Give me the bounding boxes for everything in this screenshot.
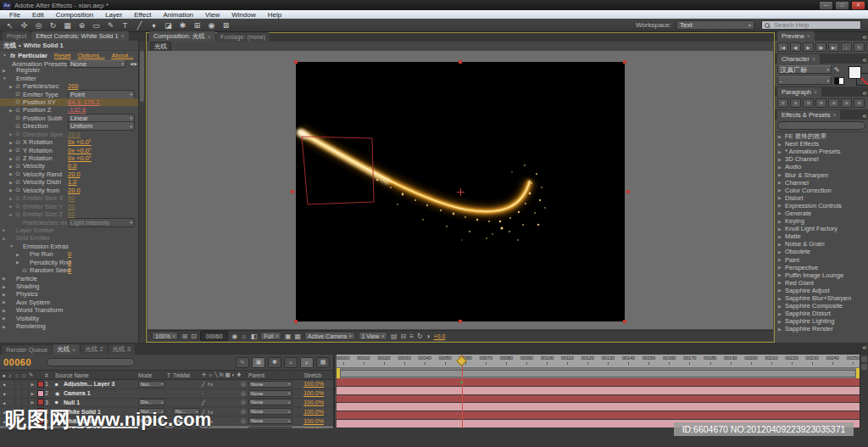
safe-margins-icon[interactable]: ⊡ bbox=[191, 332, 197, 340]
twirl-icon[interactable]: ▶ bbox=[9, 171, 15, 176]
brush-tool-icon[interactable]: ╱ bbox=[133, 20, 146, 31]
timeline-scrollbar[interactable] bbox=[860, 355, 868, 428]
fast-preview-icon[interactable]: ⊟ bbox=[401, 332, 407, 340]
effects-category-row[interactable]: ▶ Audio bbox=[775, 163, 868, 170]
twirl-icon[interactable]: ▶ bbox=[778, 272, 782, 277]
grid-guides-icon[interactable]: ⊞ bbox=[181, 332, 187, 340]
last-frame-button[interactable]: ▶| bbox=[828, 42, 839, 52]
effect-property-row[interactable]: ▶ ⊙ Emitter Size Y 50 bbox=[0, 202, 138, 210]
property-value[interactable]: 0x +0.0° bbox=[68, 138, 92, 146]
expand-icon[interactable] bbox=[29, 400, 36, 405]
timeline-button-icon[interactable]: ≡ bbox=[409, 332, 414, 340]
effect-property-row[interactable]: ▶ Rendering bbox=[0, 322, 138, 330]
parent-dropdown[interactable]: None bbox=[248, 390, 292, 397]
effect-property-row[interactable]: ⊙ Direction Uniform bbox=[0, 122, 138, 130]
effect-property-row[interactable]: ▶ Pre Run 0 bbox=[0, 250, 138, 258]
channels-icon[interactable]: ◧ bbox=[251, 332, 258, 340]
menu-layer[interactable]: Layer bbox=[99, 11, 128, 19]
stopwatch-icon[interactable]: ⊙ bbox=[15, 203, 23, 210]
menu-animation[interactable]: Animation bbox=[157, 11, 199, 19]
tab-paragraph[interactable]: Paragraph× bbox=[777, 87, 821, 97]
twirl-icon[interactable]: ▶ bbox=[9, 140, 15, 145]
effects-category-row[interactable]: ▶ Color Correction bbox=[775, 187, 868, 194]
effect-property-row[interactable]: ▶ ⊙ Y Rotation 0x +0.0° bbox=[0, 146, 138, 154]
effect-property-row[interactable]: ▶ Particle bbox=[0, 274, 138, 282]
selection-handle[interactable] bbox=[623, 320, 626, 323]
stretch-value[interactable]: 100.0% bbox=[294, 418, 333, 424]
effect-property-row[interactable]: Particles/sec mod Light Intensity bbox=[0, 218, 138, 226]
audio-cell[interactable] bbox=[8, 390, 15, 397]
audio-button[interactable]: ♪ bbox=[841, 42, 852, 52]
effects-category-row[interactable]: ▶ Sapphire Blur+Sharpen bbox=[775, 294, 868, 302]
region-of-interest-icon[interactable]: ▣ bbox=[285, 332, 292, 340]
pickwhip-icon[interactable]: ◎ bbox=[241, 381, 248, 388]
effect-property-row[interactable]: ▶ ⊙ Velocity Distri 1.0 bbox=[0, 178, 138, 186]
close-button[interactable]: ✕ bbox=[851, 1, 865, 10]
pickwhip-icon[interactable]: ◎ bbox=[241, 417, 248, 424]
twirl-icon[interactable]: ▶ bbox=[778, 195, 782, 200]
expand-icon[interactable] bbox=[29, 382, 36, 387]
twirl-icon[interactable]: ▶ bbox=[9, 131, 15, 137]
layer-name[interactable]: Null 1 bbox=[64, 400, 138, 405]
property-value[interactable]: 20.0 bbox=[68, 131, 81, 138]
parent-dropdown[interactable]: None bbox=[248, 399, 292, 405]
layer-switches[interactable]: ╱ bbox=[202, 400, 241, 405]
effects-category-row[interactable]: ▶ 3D Channel bbox=[775, 155, 868, 163]
tab-timeline-comp2[interactable]: 光线 2 bbox=[81, 344, 107, 355]
stretch-value[interactable]: 100.0% bbox=[294, 400, 333, 405]
current-frame-field[interactable]: 00060 bbox=[200, 331, 228, 341]
effects-category-row[interactable]: ▶ Generate bbox=[775, 210, 868, 217]
effect-property-row[interactable]: ▶ ⊙ Emitter Size X 50 bbox=[0, 194, 138, 202]
workspace-dropdown[interactable]: Text bbox=[676, 20, 754, 30]
label-color-swatch[interactable] bbox=[36, 381, 45, 388]
fx-icon[interactable]: fx bbox=[10, 53, 15, 59]
twirl-icon[interactable]: ▶ bbox=[3, 292, 8, 297]
twirl-icon[interactable]: ▶ bbox=[778, 180, 782, 185]
property-value[interactable]: 0 bbox=[68, 266, 71, 274]
effects-category-row[interactable]: ▶ * Animation Presets bbox=[775, 148, 868, 155]
twirl-icon[interactable]: ▶ bbox=[3, 284, 8, 289]
twirl-icon[interactable]: ▼ bbox=[3, 53, 8, 58]
font-family-dropdown[interactable]: 汉真广标 bbox=[777, 65, 832, 74]
twirl-icon[interactable]: ▶ bbox=[9, 180, 15, 185]
menu-view[interactable]: View bbox=[199, 11, 225, 19]
effect-property-row[interactable]: ▶ ⊙ Velocity 0.0 bbox=[0, 162, 138, 170]
selection-tool-icon[interactable]: ↖ bbox=[3, 20, 16, 31]
pixel-aspect-icon[interactable]: ▤ bbox=[391, 332, 398, 340]
effects-category-row[interactable]: ▶ Next Effects bbox=[775, 140, 868, 148]
selection-handle[interactable] bbox=[459, 320, 462, 323]
eye-icon[interactable] bbox=[0, 381, 8, 387]
exposure-icon[interactable]: ◑ bbox=[426, 332, 431, 340]
maximize-button[interactable]: □ bbox=[835, 1, 849, 10]
stopwatch-icon[interactable]: ⊙ bbox=[15, 163, 23, 170]
twirl-icon[interactable]: ▼ bbox=[3, 75, 8, 81]
zoom-tool-icon[interactable]: ◎ bbox=[32, 20, 45, 31]
effect-property-row[interactable]: ▶ ⊙ Direction Spre 20.0 bbox=[0, 131, 138, 138]
stopwatch-icon[interactable]: ⊙ bbox=[15, 179, 23, 186]
tab-timeline-comp1[interactable]: 光线× bbox=[53, 344, 80, 355]
effects-category-row[interactable]: ▶ Matte bbox=[775, 232, 868, 240]
fill-stroke-swap-icon[interactable] bbox=[834, 77, 844, 85]
minimize-button[interactable]: — bbox=[819, 1, 833, 10]
justify-last-left-button[interactable]: ≡ bbox=[815, 98, 826, 108]
effect-property-row[interactable]: ▼ Emission Extras bbox=[0, 243, 138, 250]
stopwatch-icon[interactable]: ⊙ bbox=[15, 147, 23, 154]
property-value[interactable]: 0 bbox=[68, 250, 71, 258]
tab-timeline-comp3[interactable]: 光线 3 bbox=[108, 344, 135, 355]
stopwatch-icon[interactable]: ⊙ bbox=[15, 139, 23, 146]
composition-viewer[interactable] bbox=[147, 51, 773, 329]
effect-property-row[interactable]: ▶ Aux System bbox=[0, 299, 138, 306]
tab-effect-controls[interactable]: Effect Controls: White Solid 1 × bbox=[31, 31, 129, 41]
stopwatch-icon[interactable]: ⊙ bbox=[15, 211, 23, 218]
fill-color-swatch[interactable] bbox=[849, 66, 861, 79]
effect-property-row[interactable]: ▶ ⊙ Velocity Rand 20.0 bbox=[0, 170, 138, 178]
property-value[interactable]: 20.0 bbox=[68, 187, 81, 194]
twirl-icon[interactable]: ▼ bbox=[9, 243, 15, 249]
align-right-button[interactable]: ≡ bbox=[803, 98, 814, 108]
twirl-icon[interactable]: ▶ bbox=[9, 108, 15, 113]
align-center-button[interactable]: ≡ bbox=[790, 98, 801, 108]
effect-property-row[interactable]: ⊙ Emitter Type Point bbox=[0, 90, 138, 98]
twirl-icon[interactable]: ▶ bbox=[9, 212, 15, 217]
layer-duration-bar[interactable] bbox=[337, 387, 860, 395]
effects-category-row[interactable]: ▶ Sapphire Lighting bbox=[775, 317, 868, 325]
